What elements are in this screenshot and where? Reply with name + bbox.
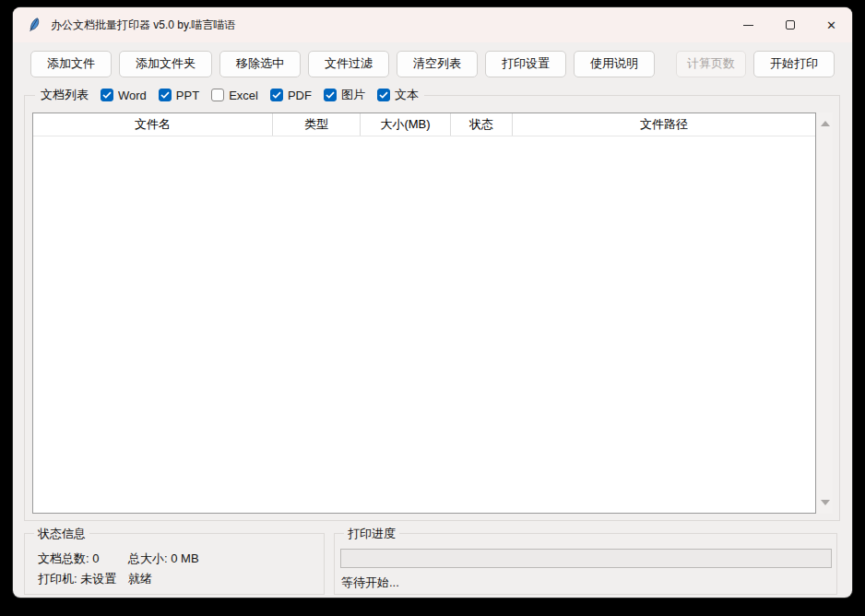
column-header-filename[interactable]: 文件名 — [33, 113, 273, 136]
checkbox-ppt-icon[interactable] — [159, 89, 172, 101]
app-window: 办公文档批量打印器 v5.0 by.喵言喵语 ✕ 添加文件 添加文件夹 移除选中… — [13, 7, 852, 598]
tk-feather-icon — [27, 18, 41, 32]
filter-ppt-label: PPT — [176, 89, 199, 102]
print-progress-groupbox: 打印进度 等待开始... — [334, 533, 837, 595]
help-button[interactable]: 使用说明 — [574, 51, 655, 77]
total-size-text: 总大小: 0 MB — [128, 551, 199, 567]
filter-word-label: Word — [118, 89, 147, 102]
column-header-type[interactable]: 类型 — [273, 113, 361, 136]
filter-image-label: 图片 — [341, 87, 365, 103]
filter-pdf-label: PDF — [288, 89, 312, 102]
checkbox-image-icon[interactable] — [324, 89, 337, 101]
minimize-icon — [743, 25, 753, 26]
status-info-groupbox: 状态信息 文档总数: 0 总大小: 0 MB 打印机: 未设置 就绪 — [24, 533, 325, 595]
status-info-label: 状态信息 — [34, 526, 89, 542]
remove-selected-button[interactable]: 移除选中 — [219, 51, 301, 77]
calc-pages-button: 计算页数 — [676, 51, 746, 77]
file-list-body[interactable] — [33, 136, 815, 513]
column-header-size[interactable]: 大小(MB) — [361, 113, 451, 136]
column-header-status[interactable]: 状态 — [451, 113, 513, 136]
ready-text: 就绪 — [128, 571, 152, 587]
total-docs-text: 文档总数: 0 — [38, 551, 99, 567]
progress-bar — [340, 549, 832, 568]
checkbox-excel-icon[interactable] — [211, 89, 224, 101]
filter-word[interactable]: Word — [101, 89, 147, 102]
filter-image[interactable]: 图片 — [324, 87, 365, 103]
maximize-icon — [786, 20, 795, 30]
scroll-up-icon[interactable] — [821, 121, 830, 126]
filter-excel-label: Excel — [229, 89, 258, 102]
checkbox-text-icon[interactable] — [377, 89, 390, 101]
filter-row: 文档列表 Word PPT Excel PDF 图片 文本 — [35, 87, 424, 103]
file-filter-button[interactable]: 文件过滤 — [308, 51, 389, 77]
document-list-label: 文档列表 — [41, 87, 89, 103]
checkbox-word-icon[interactable] — [101, 89, 113, 101]
printer-text: 打印机: 未设置 — [38, 571, 116, 587]
filter-excel[interactable]: Excel — [211, 89, 258, 102]
table-vertical-scrollbar[interactable] — [817, 113, 833, 514]
file-table-header: 文件名 类型 大小(MB) 状态 文件路径 — [33, 113, 815, 136]
start-print-button[interactable]: 开始打印 — [753, 51, 835, 77]
column-header-filepath[interactable]: 文件路径 — [513, 113, 815, 136]
close-icon: ✕ — [826, 19, 836, 31]
titlebar: 办公文档批量打印器 v5.0 by.喵言喵语 ✕ — [13, 7, 852, 42]
filter-pdf[interactable]: PDF — [270, 89, 312, 102]
file-table: 文件名 类型 大小(MB) 状态 文件路径 — [32, 113, 816, 514]
checkbox-pdf-icon[interactable] — [270, 89, 283, 101]
filter-ppt[interactable]: PPT — [159, 89, 199, 102]
add-file-button[interactable]: 添加文件 — [30, 51, 112, 77]
maximize-button[interactable] — [769, 7, 811, 42]
close-button[interactable]: ✕ — [811, 7, 852, 42]
filter-text-label: 文本 — [395, 87, 419, 103]
scroll-down-icon[interactable] — [821, 500, 830, 505]
minimize-button[interactable] — [728, 7, 769, 42]
window-controls: ✕ — [728, 7, 852, 42]
print-settings-button[interactable]: 打印设置 — [485, 51, 566, 77]
filter-text[interactable]: 文本 — [377, 87, 419, 103]
toolbar: 添加文件 添加文件夹 移除选中 文件过滤 清空列表 打印设置 使用说明 计算页数… — [30, 50, 835, 77]
progress-status-text: 等待开始... — [341, 575, 399, 591]
print-progress-label: 打印进度 — [344, 526, 399, 542]
clear-list-button[interactable]: 清空列表 — [397, 51, 478, 77]
add-folder-button[interactable]: 添加文件夹 — [119, 51, 212, 77]
window-title: 办公文档批量打印器 v5.0 by.喵言喵语 — [51, 18, 235, 33]
